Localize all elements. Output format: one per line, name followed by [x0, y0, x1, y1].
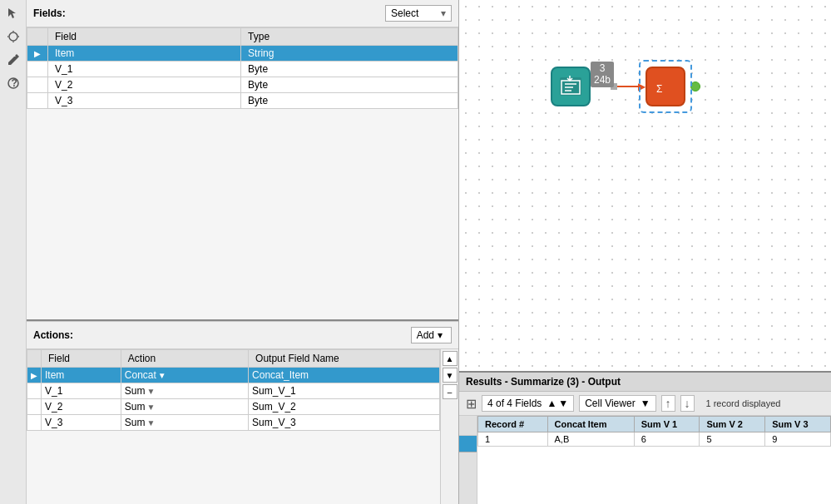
record-count: 1 record displayed — [706, 398, 781, 408]
add-label: Add — [417, 329, 434, 341]
action-field-name: V_1 — [42, 383, 121, 399]
table-row[interactable]: V_2 Byte — [27, 77, 458, 93]
result-cell: 9 — [765, 432, 831, 447]
results-table-scroll[interactable]: Record #Concat ItemSum V 1Sum V 2Sum V 3… — [477, 416, 831, 504]
output-dot — [690, 82, 700, 91]
workflow: 3 24b ▶ Σ — [551, 67, 700, 106]
fields-section: Fields: Select ▾ Field Type — [27, 0, 458, 321]
row-arrow — [27, 415, 42, 431]
output-field-name: Sum_V_3 — [249, 415, 440, 431]
row-indicator-header — [459, 416, 477, 436]
action-col-field: Field — [42, 350, 121, 368]
row-arrow — [27, 383, 42, 399]
field-type: Byte — [241, 93, 458, 109]
cell-viewer-arrow: ▼ — [641, 398, 650, 409]
move-up-button[interactable]: ▲ — [443, 351, 458, 366]
left-panel: Fields: Select ▾ Field Type — [27, 0, 459, 504]
next-record-button[interactable]: ↓ — [680, 395, 695, 412]
action-field-name: Item — [42, 368, 121, 383]
actions-label: Actions: — [33, 329, 73, 341]
row-arrow — [27, 399, 42, 415]
results-col-header: Concat Item — [547, 417, 634, 432]
table-row[interactable]: V_2 Sum ▼ Sum_V_2 — [27, 399, 440, 415]
action-field-name: V_3 — [42, 415, 121, 431]
col-header-type: Type — [241, 28, 458, 46]
svg-text:Σ: Σ — [656, 83, 662, 95]
actions-table: Field Action Output Field Name ▶ Item Co… — [27, 349, 440, 504]
col-header-arrow — [27, 28, 48, 46]
table-row[interactable]: V_1 Byte — [27, 62, 458, 77]
row-arrow: ▶ — [27, 46, 48, 62]
action-type: Sum ▼ — [121, 399, 248, 415]
output-field-name: Sum_V_2 — [249, 399, 440, 415]
row-arrow: ▶ — [27, 368, 42, 383]
results-panel: Results - Summarize (3) - Output ⊞ 4 of … — [459, 371, 831, 504]
results-col-header: Sum V 2 — [700, 417, 765, 432]
action-col-output: Output Field Name — [249, 350, 440, 368]
results-title: Results - Summarize (3) - Output — [466, 376, 621, 388]
result-cell: 5 — [700, 432, 765, 447]
cell-viewer-label: Cell Viewer — [585, 398, 635, 409]
prev-record-button[interactable]: ↑ — [661, 395, 675, 412]
action-col-action: Action — [121, 350, 248, 368]
main-layout: ? Fields: Select ▾ Field Type — [0, 0, 831, 504]
fields-down-arrow: ▼ — [558, 398, 568, 409]
actions-section: Actions: Add ▾ Field Action Output — [27, 321, 458, 504]
col-header-field: Field — [48, 28, 241, 46]
results-header: Results - Summarize (3) - Output — [459, 373, 831, 392]
fields-header: Fields: Select ▾ — [27, 0, 458, 27]
table-row[interactable]: ▶ Item String — [27, 46, 458, 62]
results-toolbar: ⊞ 4 of 4 Fields ▲ ▼ Cell Viewer ▼ ↑ ↓ 1 … — [459, 392, 831, 416]
fields-count-text: 4 of 4 Fields — [487, 398, 542, 409]
actions-side-buttons: ▲ ▼ – — [440, 349, 458, 504]
field-type: String — [241, 46, 458, 62]
select-dropdown[interactable]: Select ▾ — [385, 5, 452, 22]
help-icon[interactable]: ? — [3, 73, 23, 93]
pan-icon[interactable] — [3, 27, 23, 47]
remove-button[interactable]: – — [443, 384, 458, 399]
action-type: Concat ▼ — [121, 368, 248, 383]
action-field-name: V_2 — [42, 399, 121, 415]
right-panel: 3 24b ▶ Σ — [459, 0, 831, 504]
cell-viewer-selector[interactable]: Cell Viewer ▼ — [579, 395, 655, 412]
output-field-name: Sum_V_1 — [249, 383, 440, 399]
fields-table: Field Type ▶ Item String V_1 Byte V_2 By… — [27, 27, 458, 319]
pencil-icon[interactable] — [3, 50, 23, 70]
cursor-icon[interactable] — [3, 3, 23, 23]
result-cell: A,B — [547, 432, 634, 447]
table-row[interactable]: V_3 Sum ▼ Sum_V_3 — [27, 415, 440, 431]
table-row[interactable]: V_3 Byte — [27, 93, 458, 109]
connector-1: ▶ — [611, 81, 646, 92]
field-type: Byte — [241, 77, 458, 93]
table-row[interactable]: ▶ Item Concat ▼ Concat_Item — [27, 368, 440, 383]
sidebar: ? — [0, 0, 27, 504]
result-cell: 1 — [478, 432, 548, 447]
svg-text:?: ? — [11, 77, 17, 89]
summarize-node[interactable]: Σ — [646, 67, 685, 106]
action-type: Sum ▼ — [121, 383, 248, 399]
fields-count-selector[interactable]: 4 of 4 Fields ▲ ▼ — [482, 395, 574, 412]
move-down-button[interactable]: ▼ — [443, 368, 458, 383]
results-col-header: Record # — [478, 417, 548, 432]
results-table-wrapper: Record #Concat ItemSum V 1Sum V 2Sum V 3… — [459, 416, 831, 504]
connector-arrow: ▶ — [638, 81, 646, 92]
field-name: V_3 — [48, 93, 241, 109]
canvas-area: 3 24b ▶ Σ — [459, 0, 831, 371]
output-field-name: Concat_Item — [249, 368, 440, 383]
add-button[interactable]: Add ▾ — [411, 327, 452, 343]
fields-up-arrow: ▲ — [547, 398, 556, 409]
actions-table-wrapper: Field Action Output Field Name ▶ Item Co… — [27, 349, 458, 504]
field-name: V_1 — [48, 62, 241, 77]
add-dropdown-arrow: ▾ — [438, 329, 443, 341]
select-dropdown-arrow: ▾ — [441, 7, 446, 19]
row-arrow — [27, 62, 48, 77]
fields-label: Fields: — [33, 7, 66, 19]
svg-point-0 — [9, 32, 17, 41]
input-node-icon — [551, 67, 591, 106]
grid-icon[interactable]: ⊞ — [466, 396, 477, 412]
input-node[interactable]: 3 24b — [551, 67, 591, 106]
row-indicator-column — [459, 416, 477, 504]
results-col-header: Sum V 3 — [765, 417, 831, 432]
table-row[interactable]: V_1 Sum ▼ Sum_V_1 — [27, 383, 440, 399]
badge-size: 24b — [594, 74, 611, 86]
